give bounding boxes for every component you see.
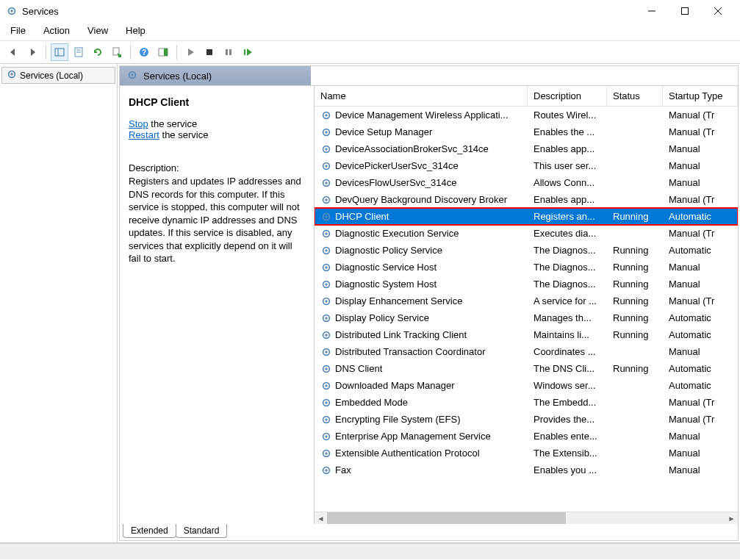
service-row[interactable]: Device Setup ManagerEnables the ...Manua… bbox=[315, 123, 738, 140]
service-row[interactable]: Downloaded Maps ManagerWindows ser...Aut… bbox=[315, 377, 738, 394]
svg-point-39 bbox=[325, 232, 328, 235]
service-status bbox=[607, 351, 663, 353]
gear-icon bbox=[320, 431, 332, 442]
service-description: Manages th... bbox=[528, 311, 607, 325]
list-body[interactable]: Device Management Wireless Applicati...R… bbox=[315, 107, 738, 511]
column-header-status[interactable]: Status bbox=[607, 86, 663, 106]
scroll-right-arrow[interactable]: ► bbox=[725, 512, 738, 525]
service-row[interactable]: Display Enhancement ServiceA service for… bbox=[315, 292, 738, 309]
service-startup: Manual bbox=[663, 463, 738, 477]
service-row[interactable]: Encrypting File System (EFS)Provides the… bbox=[315, 411, 738, 428]
tab-standard[interactable]: Standard bbox=[176, 524, 228, 538]
restart-link[interactable]: Restart bbox=[129, 129, 159, 140]
service-row[interactable]: DeviceAssociationBrokerSvc_314ceEnables … bbox=[315, 140, 738, 157]
scroll-thumb[interactable] bbox=[327, 512, 566, 524]
show-hide-action-pane-button[interactable] bbox=[154, 43, 172, 61]
toolbar-separator bbox=[176, 45, 177, 60]
stop-link[interactable]: Stop bbox=[129, 118, 148, 129]
service-startup: Manual bbox=[663, 159, 738, 173]
service-row[interactable]: Extensible Authentication ProtocolThe Ex… bbox=[315, 445, 738, 462]
svg-point-33 bbox=[325, 182, 328, 184]
service-startup: Manual (Tr bbox=[663, 395, 738, 409]
service-row[interactable]: Device Management Wireless Applicati...R… bbox=[315, 107, 738, 123]
service-startup: Manual (Tr bbox=[663, 193, 738, 207]
service-row[interactable]: Diagnostic System HostThe Diagnos...Runn… bbox=[315, 276, 738, 292]
service-row[interactable]: DHCP ClientRegisters an...RunningAutomat… bbox=[315, 208, 738, 225]
properties-button[interactable] bbox=[70, 43, 87, 61]
gear-icon bbox=[320, 228, 332, 240]
service-startup: Automatic bbox=[663, 328, 738, 342]
svg-point-57 bbox=[325, 384, 328, 387]
menu-view[interactable]: View bbox=[85, 24, 111, 37]
service-row[interactable]: Diagnostic Service HostThe Diagnos...Run… bbox=[315, 259, 738, 276]
service-name: Downloaded Maps Manager bbox=[335, 380, 455, 391]
service-status bbox=[607, 418, 663, 421]
gear-icon bbox=[320, 143, 332, 155]
forward-button[interactable] bbox=[24, 43, 41, 61]
service-description: Enables the ... bbox=[528, 125, 607, 139]
service-row[interactable]: Distributed Transaction CoordinatorCoord… bbox=[315, 343, 738, 360]
restart-service-button[interactable] bbox=[239, 43, 256, 61]
show-hide-tree-button[interactable] bbox=[51, 43, 68, 61]
service-row[interactable]: DevicesFlowUserSvc_314ceAllows Conn...Ma… bbox=[315, 174, 738, 191]
column-header-description[interactable]: Description bbox=[528, 86, 607, 106]
start-service-button[interactable] bbox=[182, 43, 199, 61]
service-name: Display Policy Service bbox=[335, 312, 429, 323]
minimize-button[interactable] bbox=[635, 1, 668, 21]
service-row[interactable]: DNS ClientThe DNS Cli...RunningAutomatic bbox=[315, 360, 738, 377]
menu-file[interactable]: File bbox=[7, 24, 29, 37]
scroll-left-arrow[interactable]: ◄ bbox=[315, 512, 327, 525]
column-header-startup[interactable]: Startup Type bbox=[663, 86, 738, 106]
pane-header: Services (Local) bbox=[120, 66, 738, 86]
service-startup: Manual bbox=[663, 142, 738, 156]
tree-item-services-local[interactable]: Services (Local) bbox=[1, 67, 115, 84]
service-description: Maintains li... bbox=[528, 328, 607, 342]
gear-icon bbox=[320, 245, 332, 256]
close-button[interactable] bbox=[701, 1, 734, 21]
svg-point-53 bbox=[325, 351, 328, 353]
menu-action[interactable]: Action bbox=[40, 24, 73, 37]
service-row[interactable]: Diagnostic Policy ServiceThe Diagnos...R… bbox=[315, 242, 738, 259]
scroll-track[interactable] bbox=[327, 512, 725, 524]
pause-service-button[interactable] bbox=[220, 43, 237, 61]
service-startup: Manual (Tr bbox=[663, 412, 738, 426]
service-name: Diagnostic Execution Service bbox=[335, 228, 459, 239]
refresh-button[interactable] bbox=[89, 43, 107, 61]
service-name: DHCP Client bbox=[335, 211, 389, 222]
service-startup: Manual bbox=[663, 429, 738, 443]
tab-extended[interactable]: Extended bbox=[123, 524, 176, 538]
stop-rest-text: the service bbox=[148, 118, 197, 129]
back-button[interactable] bbox=[4, 43, 22, 61]
help-button[interactable]: ? bbox=[135, 43, 153, 61]
svg-point-31 bbox=[325, 165, 328, 168]
list-header: Name Description Status Startup Type bbox=[315, 86, 738, 107]
service-description: The Extensib... bbox=[528, 446, 607, 460]
service-row[interactable]: Enterprise App Management ServiceEnables… bbox=[315, 428, 738, 445]
stop-service-button[interactable] bbox=[201, 43, 218, 61]
service-row[interactable]: Embedded ModeThe Embedd...Manual (Tr bbox=[315, 394, 738, 411]
service-name: DeviceAssociationBrokerSvc_314ce bbox=[335, 143, 489, 154]
menu-help[interactable]: Help bbox=[123, 24, 148, 37]
gear-icon bbox=[320, 160, 332, 172]
service-status: Running bbox=[607, 243, 663, 257]
service-row[interactable]: DevicePickerUserSvc_314ceThis user ser..… bbox=[315, 157, 738, 174]
column-header-name[interactable]: Name bbox=[315, 86, 528, 106]
export-list-button[interactable] bbox=[108, 43, 126, 61]
service-row[interactable]: Diagnostic Execution ServiceExecutes dia… bbox=[315, 225, 738, 242]
service-name: DNS Client bbox=[335, 363, 382, 374]
gear-icon bbox=[320, 329, 332, 341]
horizontal-scrollbar[interactable]: ◄ ► bbox=[315, 511, 738, 524]
service-startup: Automatic bbox=[663, 243, 738, 257]
service-startup: Manual (Tr bbox=[663, 294, 738, 308]
service-name: Diagnostic System Host bbox=[335, 279, 437, 290]
gear-icon bbox=[320, 380, 332, 392]
service-row[interactable]: Distributed Link Tracking ClientMaintain… bbox=[315, 326, 738, 343]
maximize-button[interactable] bbox=[668, 1, 701, 21]
service-row[interactable]: DevQuery Background Discovery BrokerEnab… bbox=[315, 191, 738, 208]
service-row[interactable]: FaxEnables you ...Manual bbox=[315, 462, 738, 478]
service-name: Display Enhancement Service bbox=[335, 295, 462, 306]
svg-point-61 bbox=[325, 418, 328, 421]
service-description: Enables app... bbox=[528, 193, 607, 207]
service-row[interactable]: Display Policy ServiceManages th...Runni… bbox=[315, 309, 738, 326]
service-name: Device Management Wireless Applicati... bbox=[335, 110, 509, 121]
